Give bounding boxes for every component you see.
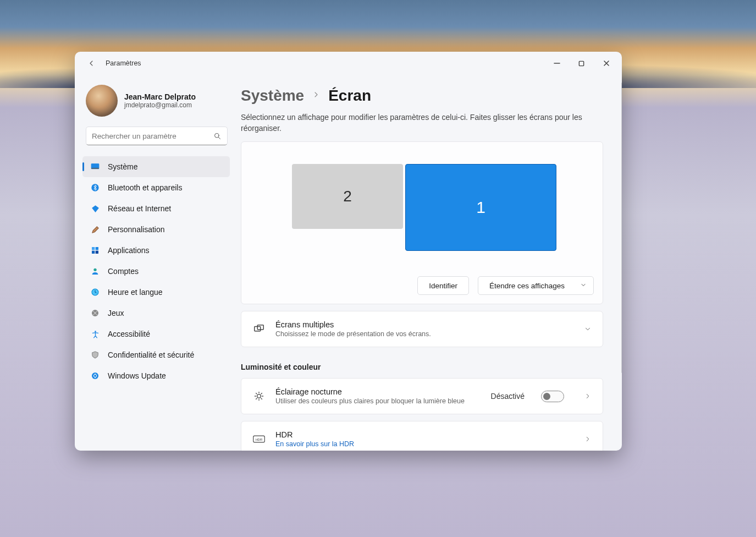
svg-point-12 bbox=[95, 331, 96, 332]
sidebar-item-label: Jeux bbox=[108, 309, 124, 317]
svg-rect-8 bbox=[96, 251, 98, 254]
profile-name: Jean-Marc Delprato bbox=[124, 92, 196, 101]
breadcrumb: Système Écran bbox=[241, 87, 617, 105]
search-field[interactable] bbox=[92, 132, 213, 140]
sidebar-item-gaming[interactable]: Jeux bbox=[82, 303, 230, 324]
sidebar-item-accounts[interactable]: Comptes bbox=[82, 261, 230, 282]
svg-point-1 bbox=[215, 133, 219, 138]
sidebar: Jean-Marc Delprato jmdelprato@gmail.com bbox=[75, 75, 234, 451]
night-light-icon bbox=[252, 391, 266, 402]
chevron-down-icon bbox=[584, 325, 592, 333]
sidebar-item-network[interactable]: Réseau et Internet bbox=[82, 198, 230, 219]
search-icon bbox=[213, 132, 222, 140]
sidebar-item-label: Comptes bbox=[108, 267, 139, 276]
svg-text:HDR: HDR bbox=[256, 438, 263, 441]
monitor-2[interactable]: 2 bbox=[292, 164, 403, 229]
maximize-button[interactable] bbox=[569, 55, 594, 72]
setting-title: HDR bbox=[275, 430, 354, 439]
svg-point-16 bbox=[257, 394, 261, 398]
profile-email: jmdelprato@gmail.com bbox=[124, 101, 196, 109]
sidebar-item-windows-update[interactable]: Windows Update bbox=[82, 365, 230, 386]
setting-title: Écrans multiples bbox=[275, 320, 431, 329]
svg-rect-6 bbox=[96, 247, 98, 250]
window-title: Paramètres bbox=[106, 59, 141, 67]
brush-icon bbox=[90, 224, 100, 234]
sidebar-item-label: Confidentialité et sécurité bbox=[108, 350, 194, 359]
sidebar-item-label: Applications bbox=[108, 246, 150, 255]
back-button[interactable] bbox=[85, 57, 98, 70]
shield-icon bbox=[90, 350, 100, 360]
page-subtitle: Sélectionnez un affichage pour modifier … bbox=[241, 112, 604, 134]
wifi-icon bbox=[90, 204, 100, 213]
monitor-1[interactable]: 1 bbox=[405, 164, 556, 251]
svg-rect-0 bbox=[579, 61, 583, 65]
bluetooth-icon bbox=[90, 183, 100, 193]
display-arrangement-card: 2 1 Identifier Étendre ces affichages bbox=[241, 141, 603, 304]
breadcrumb-current: Écran bbox=[328, 87, 371, 105]
sidebar-item-time-language[interactable]: Heure et langue bbox=[82, 282, 230, 303]
svg-rect-3 bbox=[91, 168, 99, 169]
close-button[interactable] bbox=[594, 55, 619, 72]
titlebar: Paramètres bbox=[75, 52, 622, 75]
main-content: Système Écran Sélectionnez un affichage … bbox=[234, 75, 622, 451]
person-icon bbox=[90, 266, 100, 276]
toggle-state-label: Désactivé bbox=[491, 392, 525, 401]
scrollbar[interactable] bbox=[621, 83, 622, 373]
sidebar-item-bluetooth[interactable]: Bluetooth et appareils bbox=[82, 177, 230, 198]
sidebar-item-label: Réseau et Internet bbox=[108, 204, 171, 213]
chevron-right-icon bbox=[584, 435, 592, 443]
display-mode-label: Étendre ces affichages bbox=[489, 282, 565, 290]
svg-rect-5 bbox=[92, 247, 95, 250]
sidebar-item-label: Personnalisation bbox=[108, 225, 165, 234]
multiple-displays-icon bbox=[252, 323, 266, 335]
profile[interactable]: Jean-Marc Delprato jmdelprato@gmail.com bbox=[82, 85, 230, 127]
apps-icon bbox=[90, 245, 100, 255]
svg-rect-7 bbox=[92, 251, 95, 254]
hdr-icon: HDR bbox=[252, 435, 266, 443]
accessibility-icon bbox=[90, 329, 100, 339]
chevron-down-icon bbox=[580, 282, 587, 290]
sidebar-item-label: Bluetooth et appareils bbox=[108, 183, 182, 192]
display-mode-dropdown[interactable]: Étendre ces affichages bbox=[478, 276, 594, 295]
sidebar-item-system[interactable]: Système bbox=[82, 156, 230, 177]
xbox-icon bbox=[90, 308, 100, 318]
sidebar-item-label: Système bbox=[108, 162, 137, 171]
section-brightness: Luminosité et couleur bbox=[241, 363, 617, 371]
avatar bbox=[86, 85, 118, 117]
breadcrumb-parent[interactable]: Système bbox=[241, 87, 304, 105]
sidebar-item-personalization[interactable]: Personnalisation bbox=[82, 219, 230, 240]
nav: Système Bluetooth et appareils Réseau et… bbox=[82, 156, 230, 386]
system-icon bbox=[90, 162, 100, 172]
svg-point-11 bbox=[92, 310, 98, 316]
night-light-row[interactable]: Éclairage nocturne Utiliser des couleurs… bbox=[241, 378, 603, 414]
chevron-right-icon bbox=[312, 90, 321, 101]
sidebar-item-accessibility[interactable]: Accessibilité bbox=[82, 324, 230, 344]
update-icon bbox=[90, 371, 100, 381]
hdr-row[interactable]: HDR HDR En savoir plus sur la HDR bbox=[241, 421, 603, 451]
sidebar-item-privacy[interactable]: Confidentialité et sécurité bbox=[82, 344, 230, 365]
clock-icon bbox=[90, 287, 100, 297]
settings-window: Paramètres Jean-Marc Delprato jmdelprato… bbox=[75, 52, 622, 451]
chevron-right-icon bbox=[584, 392, 592, 400]
hdr-link[interactable]: En savoir plus sur la HDR bbox=[275, 440, 354, 448]
search-input[interactable] bbox=[86, 127, 228, 145]
sidebar-item-label: Windows Update bbox=[108, 371, 166, 380]
setting-sub: Utiliser des couleurs plus claires pour … bbox=[275, 397, 465, 405]
multiple-displays-row[interactable]: Écrans multiples Choisissez le mode de p… bbox=[241, 311, 603, 347]
sidebar-item-label: Accessibilité bbox=[108, 330, 150, 338]
svg-point-9 bbox=[93, 268, 96, 271]
sidebar-item-label: Heure et langue bbox=[108, 288, 163, 297]
sidebar-item-apps[interactable]: Applications bbox=[82, 240, 230, 261]
setting-sub: Choisissez le mode de présentation de vo… bbox=[275, 330, 431, 338]
identify-button[interactable]: Identifier bbox=[417, 276, 469, 295]
night-light-toggle[interactable] bbox=[541, 391, 564, 402]
setting-title: Éclairage nocturne bbox=[275, 387, 465, 396]
minimize-button[interactable] bbox=[544, 55, 569, 72]
